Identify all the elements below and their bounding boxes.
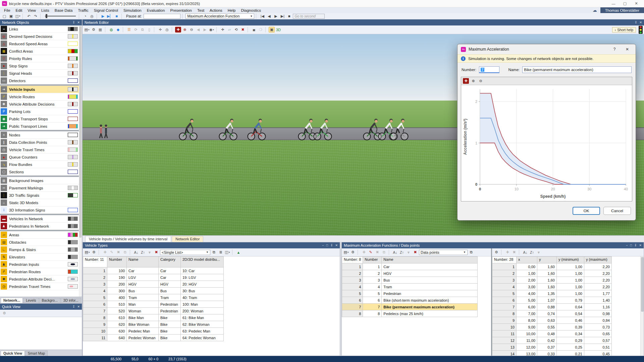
list-menu-icon[interactable]: ▤▾ — [343, 249, 349, 255]
cell[interactable]: 8 — [342, 310, 363, 317]
cancel-button[interactable]: Cancel — [603, 207, 631, 215]
maximize-icon[interactable]: □ — [630, 244, 632, 247]
cell[interactable]: 190 — [107, 274, 127, 281]
close-icon[interactable]: ✕ — [77, 305, 80, 308]
cell[interactable]: 1,00 — [557, 290, 584, 297]
cell[interactable]: 6 — [83, 301, 107, 308]
cell[interactable]: 1,16 — [584, 304, 612, 310]
sidebar-item-sections[interactable]: ▢Sections — [0, 168, 82, 176]
close-icon[interactable]: ✕ — [77, 21, 80, 24]
pedestrian[interactable] — [103, 124, 109, 139]
cell[interactable]: 2 — [342, 270, 363, 277]
cell[interactable]: 8 — [83, 314, 107, 321]
table-row[interactable]: 1211,000,420,290,57 — [492, 337, 612, 344]
cell[interactable]: 1,00 — [557, 284, 584, 290]
cell[interactable]: 0,33 — [537, 351, 557, 356]
cell[interactable]: 63: Pedelec Man — [181, 328, 224, 335]
sidebar-item-static-3d-models[interactable]: ⌂Static 3D Models — [0, 199, 82, 206]
column-header[interactable]: 2D/3D model distribu... — [181, 257, 224, 267]
table-row[interactable]: 76,000,880,641,16 — [492, 304, 612, 310]
scrollbar[interactable] — [640, 256, 644, 356]
cell[interactable]: 4 — [363, 284, 382, 290]
cell[interactable]: LGV — [127, 274, 159, 281]
tab-network-editor[interactable]: Network Editor — [172, 236, 203, 242]
goto-second-input[interactable]: Go to second — [293, 14, 325, 19]
cell[interactable]: 5 — [363, 290, 382, 297]
cell[interactable]: Pedestrian — [159, 308, 181, 314]
cell[interactable]: 0,55 — [537, 324, 557, 330]
cell[interactable]: Pedelecs (max 25 km/h) — [382, 310, 478, 317]
layers-icon[interactable]: ≣ — [218, 249, 224, 255]
sort-az-icon[interactable]: A↓ — [392, 249, 398, 255]
sidebar-item-pedestrian-travel-times[interactable]: ◷Pedestrian Travel Times — [0, 283, 82, 290]
cell[interactable]: 11 — [492, 330, 517, 337]
cell[interactable]: 0,54 — [557, 310, 584, 317]
column-header[interactable]: Number: 11 — [83, 257, 107, 267]
table-row[interactable]: 1100CarCar10: Car — [83, 267, 224, 274]
step-icon[interactable]: ▶▏ — [107, 13, 113, 19]
scrollbar-thumb[interactable] — [79, 26, 82, 238]
cell[interactable]: 1,35 — [537, 290, 557, 297]
cell[interactable]: 0,29 — [557, 337, 584, 344]
cell[interactable]: 1 — [83, 267, 107, 274]
menu-traffic[interactable]: Traffic — [75, 8, 91, 12]
cell[interactable]: 0,39 — [557, 324, 584, 330]
cell[interactable]: Woman — [127, 308, 159, 314]
cell[interactable]: 3 — [83, 281, 107, 288]
tab-vehicle-inputs-vehicle-volumes-by-time-interval[interactable]: Vehicle Inputs / Vehicle volumes by time… — [85, 236, 171, 242]
table-row[interactable]: 88Pedelecs (max 25 km/h) — [342, 310, 478, 317]
wrench-icon[interactable]: ⚙ — [91, 27, 97, 33]
zoom-in-icon[interactable]: ⊕ — [470, 78, 476, 84]
next-view-icon[interactable]: ▶ — [202, 27, 208, 33]
column-header[interactable]: Number — [363, 257, 382, 263]
ok-button[interactable]: OK — [573, 207, 600, 215]
sidebar-item-links[interactable]: ╍Links — [0, 25, 82, 33]
cell[interactable]: 0,37 — [537, 344, 557, 351]
table-row[interactable]: 43,001,601,002,20 — [492, 284, 612, 290]
cell[interactable]: 6 — [363, 297, 382, 304]
cell[interactable]: HGV — [159, 281, 181, 288]
cell[interactable]: 1,60 — [537, 270, 557, 277]
column-header[interactable]: y — [537, 257, 557, 263]
cell[interactable]: 5,00 — [517, 297, 537, 304]
copy-icon[interactable]: ⧉ — [140, 27, 146, 33]
cell[interactable]: 610 — [107, 314, 127, 321]
wrench-icon[interactable]: ⚙ — [493, 249, 499, 255]
map-pin-icon[interactable]: ◆ — [115, 27, 121, 33]
cell[interactable]: 100: Man — [181, 301, 224, 308]
sidebar-item-pedestrian-attribute-deci[interactable]: ✱Pedestrian Attribute Deci... — [0, 276, 82, 283]
copy-list-icon[interactable]: ⧉ — [211, 249, 217, 255]
duplicate-icon[interactable]: ⧉ — [381, 249, 387, 255]
column-header[interactable]: Number — [107, 257, 127, 267]
pin-icon[interactable]: ↧ — [634, 244, 637, 247]
cell[interactable]: 3 — [363, 277, 382, 284]
menu-view[interactable]: View — [25, 8, 39, 12]
cell[interactable]: Bike (permanent maximum acceleration) — [382, 304, 478, 310]
cell[interactable]: 3,00 — [517, 284, 537, 290]
mode-3d-icon[interactable]: 3D — [275, 27, 281, 33]
table-row[interactable]: 1312,000,370,250,51 — [492, 344, 612, 351]
minimize-icon[interactable]: — — [608, 0, 619, 7]
cell[interactable]: 9 — [83, 321, 107, 328]
sidebar-item-vehicle-attribute-decisions[interactable]: ✱Vehicle Attribute Decisions — [0, 101, 82, 108]
functions-panel.dropdown-dropdown[interactable]: Data points▼ — [419, 250, 468, 255]
cell[interactable]: HGV — [382, 270, 478, 277]
cell[interactable]: 0,21 — [557, 351, 584, 356]
close-icon[interactable]: ✕ — [335, 244, 338, 247]
minimize-icon[interactable]: − — [626, 244, 628, 247]
clock-icon[interactable]: ◔ — [82, 13, 88, 19]
wrench-icon[interactable]: ⚙ — [91, 249, 97, 255]
cell[interactable]: 1,00 — [557, 277, 584, 284]
cell[interactable]: 2 — [492, 270, 517, 277]
open-file-icon[interactable]: ▣ — [8, 13, 14, 19]
cell[interactable]: 9 — [492, 317, 517, 324]
sidebar-item-pedestrians-in-network[interactable]: ♟Pedestrians In Network — [0, 223, 82, 230]
cell[interactable]: 510 — [107, 301, 127, 308]
table-row[interactable]: 4300BusBus30: Bus — [83, 288, 224, 294]
table-row[interactable]: 9620Bike WomanBike62: Bike Woman — [83, 321, 224, 328]
cell[interactable]: 62: Bike Woman — [181, 321, 224, 328]
tab-quick-view[interactable]: Quick View — [1, 351, 25, 356]
rotate-3d-icon[interactable]: ⟲ — [233, 27, 239, 33]
table-row[interactable]: 87,000,740,540,98 — [492, 310, 612, 317]
cell[interactable]: 0,65 — [584, 330, 612, 337]
